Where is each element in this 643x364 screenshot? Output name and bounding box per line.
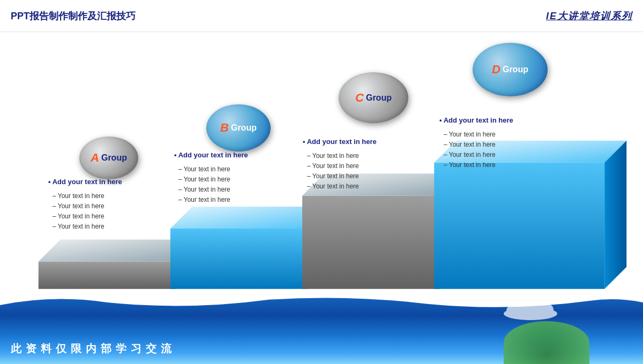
text-block-d: Add your text in here – Your text in her… <box>439 115 589 171</box>
step-d-front <box>434 163 604 289</box>
step-a-front <box>39 261 176 289</box>
group-b-item-2: – Your text in here <box>174 175 308 185</box>
group-a-item-1: – Your text in here <box>48 191 177 201</box>
group-b-header: Add your text in here <box>174 150 308 161</box>
step-b-front <box>170 229 308 289</box>
main-content: A Group B Group C Group D Group <box>0 32 643 294</box>
sphere-b: B Group <box>206 104 271 151</box>
sphere-a-label: Group <box>101 153 127 163</box>
group-d-item-4: – Your text in here <box>439 160 589 170</box>
group-a-item-3: – Your text in here <box>48 211 177 222</box>
group-d-item-2: – Your text in here <box>439 140 589 150</box>
group-c-item-3: – Your text in here <box>303 171 439 181</box>
page-title: PPT报告制作制作及汇报技巧 <box>11 10 136 22</box>
sphere-a: A Group <box>79 136 138 179</box>
step-c-front <box>302 195 439 289</box>
sphere-b-label: Group <box>231 123 257 133</box>
svg-point-2 <box>524 301 554 317</box>
footer-earth <box>504 321 589 364</box>
sphere-c-label: Group <box>366 93 392 103</box>
group-b-item-1: – Your text in here <box>174 164 308 175</box>
text-block-b: Add your text in here – Your text in her… <box>174 150 308 206</box>
group-d-item-3: – Your text in here <box>439 150 589 160</box>
step-d-side <box>604 141 626 289</box>
sphere-c-letter: C <box>355 91 364 105</box>
group-b-item-4: – Your text in here <box>174 195 308 205</box>
group-a-header: Add your text in here <box>48 177 177 188</box>
group-b-item-3: – Your text in here <box>174 185 308 195</box>
footer: 此资料仅限内部学习交流 <box>0 294 643 364</box>
group-a-item-4: – Your text in here <box>48 222 177 232</box>
group-c-item-1: – Your text in here <box>303 151 439 161</box>
group-c-header: Add your text in here <box>303 136 439 148</box>
sphere-d: D Group <box>473 43 548 96</box>
footer-text: 此资料仅限内部学习交流 <box>11 342 176 356</box>
text-block-c: Add your text in here – Your text in her… <box>303 136 439 192</box>
group-d-item-1: – Your text in here <box>439 130 589 140</box>
group-c-item-2: – Your text in here <box>303 161 439 171</box>
group-c-item-4: – Your text in here <box>303 181 439 192</box>
group-a-item-2: – Your text in here <box>48 201 177 211</box>
header: PPT报告制作制作及汇报技巧 IE大讲堂培训系列 <box>0 0 643 32</box>
text-block-a: Add your text in here – Your text in her… <box>48 177 177 232</box>
cloud-svg <box>498 299 563 320</box>
sphere-d-letter: D <box>492 63 500 77</box>
brand-label: IE大讲堂培训系列 <box>546 10 632 22</box>
sphere-c: C Group <box>339 72 408 123</box>
sphere-a-letter: A <box>91 151 99 165</box>
sphere-b-letter: B <box>220 121 229 135</box>
footer-ocean: 此资料仅限内部学习交流 <box>0 294 643 364</box>
group-d-header: Add your text in here <box>439 115 589 126</box>
sphere-d-label: Group <box>503 65 528 74</box>
